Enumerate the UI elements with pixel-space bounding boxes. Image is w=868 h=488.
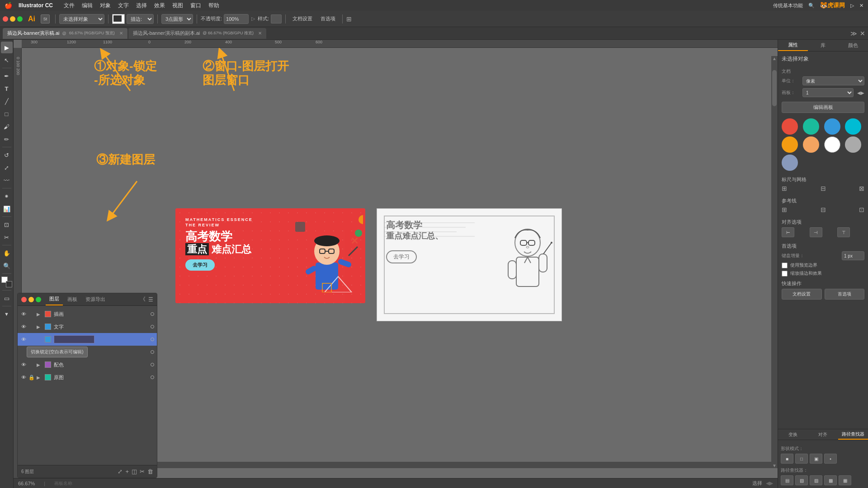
menu-file[interactable]: 文件 [64, 2, 75, 9]
layer-clip-btn[interactable]: ✂ [140, 468, 145, 475]
preview-bounds-checkbox[interactable] [782, 263, 788, 268]
apple-menu[interactable]: 🍎 [5, 2, 12, 9]
shape-mode-btn3[interactable]: ▣ [810, 454, 822, 464]
menu-effect[interactable]: 效果 [154, 2, 165, 9]
menu-edit[interactable]: 编辑 [82, 2, 93, 9]
pathfinder-btn1[interactable]: ▤ [781, 475, 793, 485]
tab-doc1[interactable]: 插边风-banner演示稿.ai @ 66.67% (RGB/GPU 预览) ✕ [3, 28, 127, 39]
layer-row-color[interactable]: 👁 ▶ 配色 [18, 358, 157, 371]
line-tool[interactable]: ╱ [1, 95, 13, 107]
artboard-arrows[interactable]: ◀▶ [857, 90, 864, 95]
vscroll-up[interactable]: ▲ [772, 56, 777, 61]
minimize-window-btn[interactable] [10, 16, 15, 22]
layer-circle-text[interactable] [151, 325, 154, 328]
stroke-select[interactable]: 描边: [127, 14, 154, 24]
direct-selection-tool[interactable]: ↖ [1, 54, 13, 66]
selection-tool[interactable]: ▶ [1, 42, 13, 53]
swatch-blue[interactable] [824, 118, 840, 135]
guide-icon3[interactable]: ⊡ [859, 206, 864, 213]
menu-type[interactable]: 文字 [118, 2, 129, 9]
zoom-tool[interactable]: 🔍 [1, 260, 13, 272]
layer-circle-color-sub[interactable] [151, 350, 154, 354]
close-right-icon[interactable]: ✕ [859, 3, 863, 9]
maximize-window-btn[interactable] [17, 16, 23, 22]
tab-arrange-btn[interactable]: ≫ [850, 30, 857, 37]
menu-object[interactable]: 对象 [100, 2, 111, 9]
layer-name-editing-input[interactable] [54, 335, 94, 343]
column-graph-tool[interactable]: 📊 [1, 203, 13, 215]
unit-select[interactable]: 像素 [802, 76, 864, 85]
tab2-close[interactable]: ✕ [258, 31, 262, 36]
layers-maximize-btn[interactable] [36, 297, 41, 302]
menu-help[interactable]: 帮助 [208, 2, 219, 9]
rect-tool[interactable]: □ [1, 108, 13, 120]
style-preview[interactable] [271, 14, 282, 23]
pen-tool[interactable]: ✒ [1, 70, 13, 82]
shape-mode-btn4[interactable]: ▪ [824, 454, 837, 464]
preferences-btn[interactable]: 首选项 [317, 14, 339, 23]
swatch-gray[interactable] [845, 136, 861, 153]
doc-settings-btn[interactable]: 文档设置 [289, 14, 316, 23]
swatch-teal[interactable] [803, 118, 819, 135]
pathfinder-btn2[interactable]: ▧ [795, 475, 808, 485]
layers-tab-layers[interactable]: 图层 [46, 293, 63, 305]
arrange-mode-btn[interactable]: St [41, 14, 50, 23]
paintbrush-tool[interactable]: 🖌 [1, 121, 13, 132]
vertical-scrollbar[interactable]: ▲ ▼ [771, 56, 778, 468]
tab-align[interactable]: 对齐 [808, 429, 838, 440]
layer-goto-btn[interactable]: ⤢ [118, 468, 123, 475]
tab-doc2[interactable]: 插边风-banner演示稿的副本.ai @ 66.67% (RGB/GPU 推览… [128, 28, 266, 39]
layers-tab-artboards[interactable]: 画板 [64, 293, 81, 305]
layers-collapse-all[interactable]: 《 [140, 296, 146, 303]
layer-circle-editing[interactable] [151, 338, 154, 341]
symbol-sprayer-tool[interactable]: ⁕ [1, 190, 13, 202]
layer-vis-color[interactable]: 👁 [20, 362, 27, 367]
arrange-icon[interactable]: ⊞ [346, 15, 352, 23]
swatch-orange[interactable] [782, 136, 798, 153]
scale-effects-checkbox[interactable] [782, 271, 788, 277]
layers-minimize-btn[interactable] [28, 297, 34, 302]
layer-circle-original[interactable] [151, 375, 154, 379]
opacity-input[interactable] [224, 14, 249, 24]
align-center-btn[interactable]: ⊣ [810, 227, 822, 237]
menu-window[interactable]: 窗口 [190, 2, 201, 9]
edit-artboard-btn[interactable]: 编辑画板 [782, 102, 864, 113]
layer-vis-editing[interactable]: 👁 [20, 337, 27, 342]
swatch-red[interactable] [782, 118, 798, 135]
layer-lock-original[interactable]: 🔒 [28, 375, 35, 380]
quick-preferences-btn[interactable]: 首选项 [825, 289, 865, 300]
layer-expand-color[interactable]: ▶ [37, 362, 42, 367]
layer-page-btn[interactable]: ◫ [132, 468, 137, 475]
fill-stroke-preview[interactable] [112, 14, 125, 24]
quick-doc-settings-btn[interactable]: 文档设置 [782, 289, 822, 300]
layer-vis-text[interactable]: 👁 [20, 324, 27, 329]
swatch-white[interactable] [824, 136, 840, 153]
fill-stroke-indicator[interactable] [1, 277, 12, 287]
vscroll-down[interactable]: ▼ [772, 463, 777, 468]
tab-pathfinder[interactable]: 路径查找器 [838, 429, 868, 440]
layer-circle-color[interactable] [151, 363, 154, 366]
tab-color[interactable]: 颜色 [838, 40, 868, 51]
layer-circle-illustration[interactable] [151, 312, 154, 316]
layer-delete-btn[interactable]: 🗑 [147, 468, 153, 475]
tab-close-btn[interactable]: ✕ [860, 30, 865, 37]
scale-tool[interactable]: ⤢ [1, 162, 13, 174]
warp-tool[interactable]: 〰 [1, 174, 13, 186]
slice-tool[interactable]: ✂ [1, 231, 13, 243]
layers-tab-export[interactable]: 资源导出 [82, 293, 109, 305]
layer-vis-original[interactable]: 👁 [20, 375, 27, 380]
layers-close-btn[interactable] [21, 297, 27, 302]
layers-panel-menu[interactable]: ☰ [148, 296, 153, 303]
expand-icon[interactable]: ▷ [850, 3, 854, 9]
grid-icon2[interactable]: ⊟ [821, 185, 826, 192]
tab1-close[interactable]: ✕ [119, 31, 123, 36]
banner-cta-btn[interactable]: 去学习 [185, 259, 215, 271]
hand-tool[interactable]: ✋ [1, 247, 13, 259]
pathfinder-btn3[interactable]: ▨ [810, 475, 822, 485]
swatch-sand[interactable] [803, 136, 819, 153]
pencil-tool[interactable]: ✏ [1, 133, 13, 145]
layer-row-text[interactable]: 👁 ▶ 文字 [18, 320, 157, 333]
nudge-input[interactable] [842, 251, 864, 260]
tab-library[interactable]: 库 [808, 40, 838, 51]
grid-icon1[interactable]: ⊞ [782, 185, 787, 192]
